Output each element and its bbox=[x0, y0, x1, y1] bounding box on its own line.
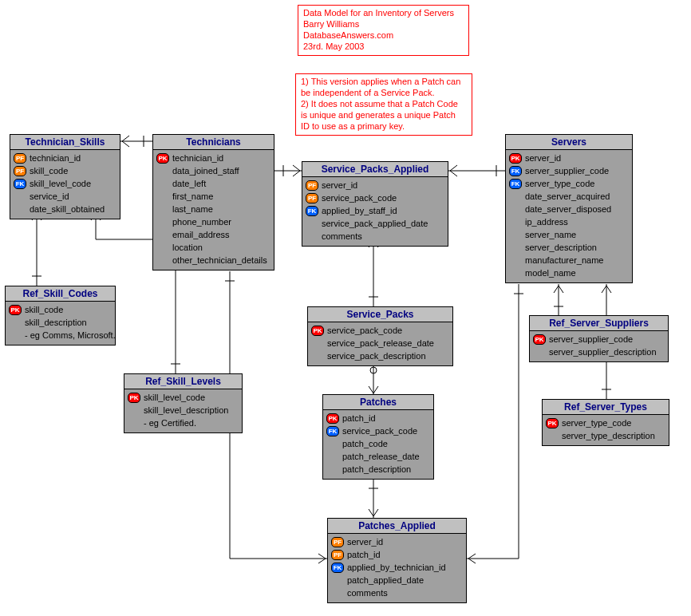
entity-title: Technicians bbox=[153, 135, 274, 150]
pf-icon: PF bbox=[331, 537, 344, 547]
entity-service-packs-applied: Service_Packs_Applied PFserver_id PFserv… bbox=[302, 161, 448, 247]
erd-canvas: Data Model for an Inventory of Servers B… bbox=[0, 0, 691, 616]
column: service_id bbox=[30, 190, 69, 203]
pf-icon: PF bbox=[306, 193, 318, 203]
meta-line: 23rd. May 2003 bbox=[303, 41, 464, 52]
entity-title: Ref_Server_Types bbox=[543, 400, 669, 415]
column: applied_by_staff_id bbox=[322, 204, 397, 217]
meta-line: Data Model for an Inventory of Servers bbox=[303, 7, 464, 18]
pk-icon: PK bbox=[326, 413, 339, 424]
column-note: - eg Certified. bbox=[144, 417, 196, 429]
entity-title: Patches bbox=[323, 395, 433, 410]
column: comments bbox=[322, 230, 362, 243]
column: patch_id bbox=[347, 548, 381, 561]
column: service_pack_code bbox=[322, 192, 397, 204]
entity-patches: Patches PKpatch_id FKservice_pack_code p… bbox=[322, 394, 434, 480]
entity-title: Service_Packs bbox=[308, 307, 452, 322]
column: server_name bbox=[525, 228, 576, 241]
column: model_name bbox=[525, 267, 576, 279]
notes-box: 1) This version applies when a Patch can… bbox=[295, 73, 472, 136]
column: patch_code bbox=[342, 437, 388, 450]
entity-title: Patches_Applied bbox=[328, 519, 466, 534]
column: server_type_code bbox=[562, 417, 631, 429]
fk-icon: FK bbox=[326, 426, 339, 436]
column: server_id bbox=[347, 535, 383, 548]
notes-line: is unique and generates a unique Patch bbox=[301, 109, 467, 120]
pf-icon: PF bbox=[331, 550, 344, 560]
column: location bbox=[172, 241, 203, 254]
column: skill_description bbox=[25, 316, 87, 329]
column: skill_level_code bbox=[30, 177, 91, 190]
entity-title: Service_Packs_Applied bbox=[302, 162, 448, 177]
column: comments bbox=[347, 586, 388, 599]
column: technician_id bbox=[172, 152, 223, 164]
entity-title: Servers bbox=[506, 135, 632, 150]
notes-line: ID to use as a primary key. bbox=[301, 120, 467, 132]
column: patch_id bbox=[342, 412, 376, 424]
column: service_pack_release_date bbox=[327, 337, 434, 349]
column: patch_description bbox=[342, 463, 411, 476]
fk-icon: FK bbox=[509, 166, 522, 176]
column: skill_level_description bbox=[144, 404, 228, 417]
column: date_left bbox=[172, 177, 206, 190]
notes-line: 1) This version applies when a Patch can bbox=[301, 76, 467, 87]
pk-icon: PK bbox=[128, 393, 140, 403]
column: server_supplier_code bbox=[525, 164, 609, 177]
fk-icon: FK bbox=[509, 179, 522, 189]
column: date_server_disposed bbox=[525, 203, 611, 215]
entity-title: Ref_Server_Suppliers bbox=[530, 316, 668, 331]
fk-icon: FK bbox=[331, 563, 344, 573]
column: service_pack_code bbox=[342, 424, 417, 437]
column: skill_code bbox=[30, 164, 68, 177]
pk-icon: PK bbox=[156, 153, 169, 164]
entity-title: Ref_Skill_Codes bbox=[6, 286, 115, 302]
entity-ref-skill-levels: Ref_Skill_Levels PKskill_level_code skil… bbox=[124, 373, 243, 433]
pf-icon: PF bbox=[306, 180, 318, 191]
pk-icon: PK bbox=[9, 305, 22, 315]
entity-technician-skills: Technician_Skills PFtechnician_id PFskil… bbox=[10, 134, 120, 219]
column: server_type_code bbox=[525, 177, 594, 190]
meta-line: DatabaseAnswers.com bbox=[303, 30, 464, 41]
notes-line: be independent of a Service Pack. bbox=[301, 87, 467, 98]
column: applied_by_technician_id bbox=[347, 561, 446, 574]
entity-ref-skill-codes: Ref_Skill_Codes PKskill_code skill_descr… bbox=[5, 286, 116, 346]
column: service_pack_description bbox=[327, 349, 426, 362]
column: server_description bbox=[525, 241, 597, 254]
column: technician_id bbox=[30, 152, 81, 164]
column-note: - eg Comms, Microsoft. bbox=[25, 329, 116, 342]
column: other_technician_details bbox=[172, 254, 267, 267]
pf-icon: PF bbox=[14, 166, 26, 176]
entity-patches-applied: Patches_Applied PFserver_id PFpatch_id F… bbox=[327, 518, 467, 603]
column: service_pack_applied_date bbox=[322, 217, 428, 230]
column: first_name bbox=[172, 190, 213, 203]
pk-icon: PK bbox=[311, 326, 324, 336]
column: service_pack_code bbox=[327, 324, 402, 337]
column: manufacturer_name bbox=[525, 254, 603, 267]
pk-icon: PK bbox=[509, 153, 522, 164]
column: data_joined_staff bbox=[172, 164, 239, 177]
entity-service-packs: Service_Packs PKservice_pack_code servic… bbox=[307, 306, 453, 366]
pk-icon: PK bbox=[533, 334, 546, 345]
fk-icon: FK bbox=[14, 179, 26, 189]
meta-box: Data Model for an Inventory of Servers B… bbox=[298, 5, 469, 56]
column: patch_applied_date bbox=[347, 574, 424, 586]
column: ip_address bbox=[525, 215, 568, 228]
entity-title: Ref_Skill_Levels bbox=[124, 374, 242, 389]
entity-ref-server-types: Ref_Server_Types PKserver_type_code serv… bbox=[542, 399, 669, 446]
column: patch_release_date bbox=[342, 450, 420, 463]
pf-icon: PF bbox=[14, 153, 26, 164]
pk-icon: PK bbox=[546, 418, 559, 428]
column: date_server_acquired bbox=[525, 190, 610, 203]
column: server_id bbox=[322, 179, 357, 192]
column: skill_level_code bbox=[144, 391, 205, 404]
meta-line: Barry Williams bbox=[303, 18, 464, 30]
column: last_name bbox=[172, 203, 213, 215]
fk-icon: FK bbox=[306, 206, 318, 216]
column: server_id bbox=[525, 152, 561, 164]
column: email_address bbox=[172, 228, 230, 241]
column: date_skill_obtained bbox=[30, 203, 105, 215]
column: phone_number bbox=[172, 215, 231, 228]
entity-servers: Servers PKserver_id FKserver_supplier_co… bbox=[505, 134, 633, 283]
entity-ref-server-suppliers: Ref_Server_Suppliers PKserver_supplier_c… bbox=[529, 315, 669, 362]
entity-technicians: Technicians PKtechnician_id data_joined_… bbox=[152, 134, 274, 270]
